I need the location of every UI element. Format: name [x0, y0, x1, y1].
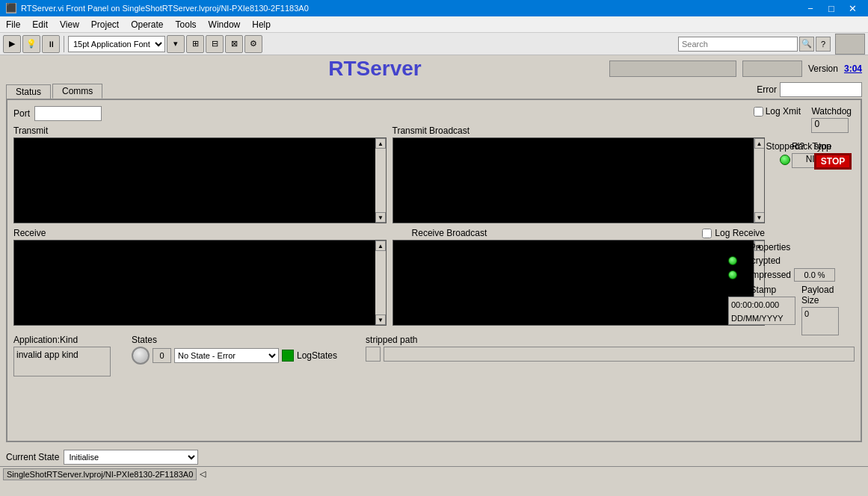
states-knob[interactable]	[132, 347, 150, 365]
font-select[interactable]: 15pt Application Font	[68, 36, 165, 52]
main-content: RTServer Version 3:04 Status Comms Error…	[0, 55, 868, 481]
stripped-path-input[interactable]	[384, 347, 855, 362]
transmit-broadcast-section: Transmit Broadcast ▲ ▼	[393, 125, 766, 223]
watchdog-label: Watchdog	[811, 106, 852, 117]
encrypted-led	[728, 256, 737, 265]
bottom-section: Application:Kind invalid app kind States…	[13, 330, 855, 376]
stop-btn-label: STOP	[821, 156, 845, 167]
receive-label: Receive	[13, 228, 46, 238]
status-path: SingleShotRTServer.lvproj/NI-PXIe8130-2F…	[3, 468, 197, 480]
toolbar-btn-run-highlight[interactable]: 💡	[22, 35, 40, 53]
search-bar: 🔍 ?	[678, 34, 865, 55]
timestamp-box: 00:00:00.000 DD/MM/YYYY	[728, 297, 795, 325]
content-panel: Port Log Xmit Watchdog 0 RackType NI Rac…	[6, 99, 862, 442]
toolbar-separator-1	[64, 36, 64, 52]
header-logo	[835, 34, 865, 55]
tabs-row: Status Comms Error	[0, 82, 868, 99]
toolbar-btn-resize[interactable]: ⊠	[225, 35, 243, 53]
transmit-broadcast-display: ▲ ▼	[393, 137, 766, 223]
search-button[interactable]: 🔍	[799, 37, 814, 52]
toolbar-btn-dist[interactable]: ⊟	[206, 35, 224, 53]
transmit-display: ▲ ▼	[13, 137, 387, 223]
port-row: Port	[13, 106, 855, 121]
menu-operate[interactable]: Operate	[125, 18, 169, 31]
log-states-row: LogStates	[282, 350, 337, 362]
port-input[interactable]	[34, 106, 102, 121]
states-num: 0	[153, 348, 171, 363]
app-title: RTServer	[141, 57, 609, 81]
header-bar2	[742, 61, 802, 77]
compressed-pct: 0.0 %	[794, 268, 835, 282]
transmit-broadcast-label: Transmit Broadcast	[393, 125, 766, 136]
tb-scroll-down[interactable]: ▼	[754, 212, 765, 223]
menu-project[interactable]: Project	[85, 18, 125, 31]
tab-status[interactable]: Status	[6, 84, 51, 99]
stopped-label: Stopped?	[766, 141, 804, 152]
stripped-path-label: stripped path	[366, 335, 855, 345]
transmit-label: Transmit	[13, 125, 387, 136]
header-row: RTServer Version 3:04	[0, 55, 868, 82]
error-label: Error	[757, 84, 777, 95]
receive-panels-row: ▲ ▼ ▲ ▼	[13, 240, 765, 326]
app-kind-label: Application:Kind	[13, 335, 111, 345]
menu-tools[interactable]: Tools	[170, 18, 203, 31]
close-button[interactable]: ✕	[843, 0, 862, 16]
port-label: Port	[13, 108, 30, 119]
menu-bar: File Edit View Project Operate Tools Win…	[0, 16, 868, 33]
data-properties-section: Data Properties Encrypted Compressed 0.0…	[728, 242, 852, 335]
status-arrow[interactable]: ◁	[200, 469, 206, 479]
menu-window[interactable]: Window	[203, 18, 247, 31]
log-receive-checkbox[interactable]	[702, 229, 712, 238]
tab-comms[interactable]: Comms	[52, 84, 102, 99]
r-scroll-up[interactable]: ▲	[375, 241, 386, 251]
receive-scrollbar[interactable]: ▲ ▼	[375, 241, 386, 325]
receive-header-row: Receive Receive Broadcast Log Receive	[13, 228, 765, 238]
encrypted-label: Encrypted	[740, 255, 781, 266]
menu-view[interactable]: View	[54, 18, 85, 31]
version-value[interactable]: 3:04	[844, 63, 862, 74]
toolbar-btn-font-down[interactable]: ▾	[167, 35, 185, 53]
toolbar-btn-align[interactable]: ⊞	[186, 35, 204, 53]
timestamp-label: Time Stamp	[728, 285, 795, 295]
menu-file[interactable]: File	[0, 18, 26, 31]
transmit-scrollbar[interactable]: ▲ ▼	[375, 138, 386, 223]
toolbar-btn-extra[interactable]: ⚙	[244, 35, 262, 53]
logxmit-row: Log Xmit	[754, 106, 801, 117]
r-scroll-track[interactable]	[375, 251, 386, 314]
transmit-scroll-track[interactable]	[375, 149, 386, 212]
compressed-label: Compressed	[740, 270, 791, 280]
stop-label: stop	[814, 141, 852, 152]
current-state-select[interactable]: Initialise	[64, 450, 198, 465]
transmit-section: Transmit ▲ ▼	[13, 125, 387, 223]
minimize-button[interactable]: −	[801, 0, 820, 16]
error-input[interactable]	[780, 82, 862, 97]
timestamp-time: 00:00:00.000	[731, 299, 792, 312]
states-row: 0 No State - Error LogStates	[132, 347, 337, 365]
states-select[interactable]: No State - Error	[174, 348, 279, 363]
menu-help[interactable]: Help	[246, 18, 277, 31]
timestamp-date: DD/MM/YYYY	[731, 312, 792, 326]
search-input[interactable]	[678, 37, 798, 52]
stop-button[interactable]: STOP	[814, 153, 852, 170]
log-receive-label: Log Receive	[715, 228, 765, 238]
tb-scroll-track[interactable]	[754, 149, 765, 212]
receive-display: ▲ ▼	[13, 240, 387, 326]
receive-section: ▲ ▼	[13, 240, 387, 326]
menu-edit[interactable]: Edit	[26, 18, 54, 31]
toolbar-btn-run[interactable]: ▶	[3, 35, 21, 53]
stripped-path-row	[366, 347, 855, 362]
transmit-scroll-up[interactable]: ▲	[375, 138, 386, 149]
maximize-button[interactable]: □	[822, 0, 841, 16]
app-icon: ⬛	[6, 3, 16, 13]
transmit-broadcast-scrollbar[interactable]: ▲ ▼	[754, 138, 764, 223]
r-scroll-down[interactable]: ▼	[375, 314, 386, 325]
encrypted-row: Encrypted	[728, 255, 852, 266]
tb-scroll-up[interactable]: ▲	[754, 138, 765, 149]
watchdog-value[interactable]: 0	[811, 118, 849, 133]
compressed-led	[728, 270, 737, 279]
transmit-scroll-down[interactable]: ▼	[375, 212, 386, 223]
help-button[interactable]: ?	[816, 37, 831, 52]
toolbar-btn-pause[interactable]: ⏸	[42, 35, 60, 53]
log-xmit-checkbox[interactable]	[754, 107, 763, 117]
title-bar: ⬛ RTServer.vi Front Panel on SingleShotR…	[0, 0, 868, 16]
